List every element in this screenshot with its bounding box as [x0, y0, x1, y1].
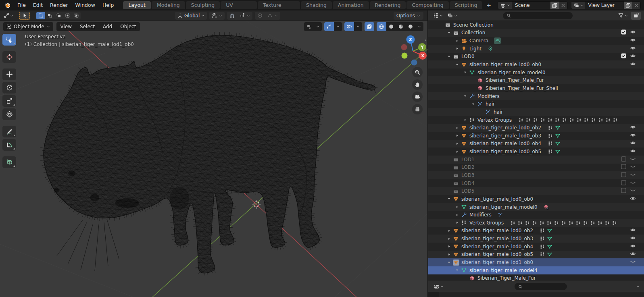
eye-open-icon[interactable] — [630, 140, 636, 147]
gizmos-dropdown[interactable] — [334, 22, 342, 31]
transform-orientation[interactable]: Global — [175, 12, 207, 20]
tab-uv-editing[interactable]: UV Editing — [221, 1, 257, 9]
vertex-group-badge-icon[interactable] — [575, 117, 582, 123]
tool-settings-dropdown[interactable] — [3, 12, 14, 19]
tool-select-box[interactable] — [2, 34, 16, 46]
eye-open-icon[interactable] — [630, 45, 636, 52]
expand-closed-icon[interactable] — [453, 213, 461, 217]
vertex-group-badge-icon[interactable] — [547, 141, 554, 146]
outliner-row[interactable]: siberian_tiger_male_lod0_ob5 — [428, 147, 644, 156]
outliner-row[interactable]: LOD1 — [428, 156, 644, 164]
outliner-row[interactable]: siberian_tiger_male_lod1_ob0 — [428, 258, 644, 266]
eye-open-icon[interactable] — [630, 195, 636, 203]
expand-open-icon[interactable] — [445, 55, 452, 58]
vertex-group-badge-icon[interactable] — [517, 220, 523, 226]
outliner-search-input[interactable] — [513, 13, 569, 19]
mesh-data-badge-icon[interactable] — [554, 125, 561, 131]
falloff-dropdown[interactable] — [265, 12, 280, 20]
view-layer-name-field[interactable]: View Layer — [585, 2, 624, 9]
scene-browse-button[interactable] — [498, 2, 512, 9]
outliner-row[interactable]: siberian_tiger_male_lod0_ob2 — [428, 227, 644, 235]
menu-edit[interactable]: Edit — [29, 1, 46, 9]
expand-closed-icon[interactable] — [453, 150, 461, 154]
eye-open-icon[interactable] — [630, 132, 636, 139]
overlays-toggle[interactable] — [344, 22, 354, 31]
vertex-group-badge-icon[interactable] — [539, 117, 546, 123]
nav-pan-button[interactable] — [412, 79, 423, 90]
vertex-group-badge-icon[interactable] — [611, 220, 618, 226]
collection-checkbox-empty-icon[interactable] — [621, 180, 627, 187]
vertex-group-badge-icon[interactable] — [590, 117, 597, 123]
vertex-group-badge-icon[interactable] — [525, 117, 531, 123]
tab-texture-paint[interactable]: Texture Paint — [258, 1, 300, 9]
options-dropdown[interactable]: Options — [394, 12, 423, 20]
tool-cursor[interactable] — [2, 51, 16, 63]
eye-closed-icon[interactable] — [630, 172, 636, 179]
outliner-row[interactable]: LOD2 — [428, 164, 644, 172]
select-mode-subtract[interactable] — [54, 12, 63, 19]
vertex-group-badge-icon[interactable] — [532, 117, 539, 123]
select-mode-set[interactable] — [36, 12, 45, 19]
eye-closed-icon[interactable] — [630, 187, 636, 195]
vertex-group-badge-icon[interactable] — [560, 220, 567, 226]
outliner-row[interactable]: Scene Collection — [428, 21, 644, 29]
expand-open-icon[interactable] — [445, 261, 452, 264]
menu-window[interactable]: Window — [72, 1, 99, 9]
vertex-group-badge-icon[interactable] — [582, 220, 589, 226]
pivot-point-dropdown[interactable] — [209, 12, 225, 20]
vertex-group-badge-icon[interactable] — [531, 220, 538, 226]
vertex-group-badge-icon[interactable] — [546, 220, 552, 226]
eye-open-icon[interactable] — [630, 235, 636, 242]
outliner-row[interactable]: Siberian_Tiger_Male_Fur_Shell — [428, 84, 644, 92]
outliner-row[interactable]: Camera — [428, 37, 644, 45]
expand-open-icon[interactable] — [453, 63, 461, 66]
expand-closed-icon[interactable] — [453, 142, 461, 145]
outliner-row[interactable]: hair — [428, 100, 644, 108]
vertex-group-badge-icon[interactable] — [547, 133, 554, 139]
vertex-group-badge-icon[interactable] — [539, 236, 546, 241]
light-data-badge-icon[interactable] — [487, 46, 494, 52]
vertex-group-badge-icon[interactable] — [604, 220, 611, 226]
viewport-canvas[interactable]: Z Y X Object Mode ViewSelectAddObject — [0, 21, 427, 297]
scene-name-field[interactable]: Scene — [512, 2, 550, 9]
shading-material-button[interactable] — [396, 22, 406, 31]
gizmos-toggle[interactable] — [324, 22, 334, 31]
outliner-row[interactable]: siberian_tiger_male_lod0_ob2 — [428, 124, 644, 132]
eye-closed-icon[interactable] — [630, 180, 636, 187]
outliner-row[interactable]: hair — [428, 108, 644, 116]
eye-open-icon[interactable] — [630, 61, 636, 68]
outliner-row[interactable]: LOD5 — [428, 187, 644, 195]
viewport-menu-add[interactable]: Add — [99, 22, 116, 31]
properties-editor-type[interactable] — [432, 283, 445, 291]
tab-sculpting[interactable]: Sculpting — [186, 1, 220, 9]
shading-dropdown[interactable] — [415, 22, 423, 31]
outliner-row[interactable]: siberian_tiger_male_lod0_ob4 — [428, 140, 644, 148]
tool-add-cube[interactable] — [2, 156, 16, 168]
mesh-data-badge-icon[interactable] — [546, 244, 553, 249]
proportional-toggle[interactable] — [255, 12, 265, 20]
outliner-filter-display[interactable] — [446, 12, 459, 19]
mesh-data-badge-icon[interactable] — [546, 236, 553, 241]
vertex-group-badge-icon[interactable] — [554, 117, 561, 123]
tab-shading[interactable]: Shading — [301, 1, 332, 9]
overlays-dropdown[interactable] — [354, 22, 362, 31]
tool-move[interactable] — [2, 69, 16, 80]
eye-closed-icon[interactable] — [630, 164, 636, 171]
material-badge-icon[interactable]: 2 — [543, 204, 550, 210]
tool-measure[interactable] — [2, 139, 16, 151]
expand-closed-icon[interactable] — [445, 237, 452, 241]
outliner-display-mode[interactable] — [431, 12, 444, 19]
outliner-row[interactable]: siberian_tiger_male_lod0_ob4 — [428, 243, 644, 251]
vertex-group-badge-icon[interactable] — [568, 117, 575, 123]
expand-open-icon[interactable] — [469, 102, 477, 106]
outliner-row[interactable]: LOD3 — [428, 171, 644, 179]
navigation-gizmo[interactable]: Z Y X — [401, 35, 427, 66]
outliner-row[interactable]: siberian_tiger_male_lod0_ob3 — [428, 132, 644, 140]
vertex-group-badge-icon[interactable] — [604, 117, 611, 123]
menu-file[interactable]: File — [14, 1, 29, 9]
expand-open-icon[interactable] — [445, 31, 452, 35]
vertex-group-badge-icon[interactable] — [524, 220, 531, 226]
vertex-group-badge-icon[interactable] — [612, 117, 619, 123]
vertex-group-badge-icon[interactable] — [561, 117, 568, 123]
properties-search-input[interactable] — [525, 284, 557, 289]
